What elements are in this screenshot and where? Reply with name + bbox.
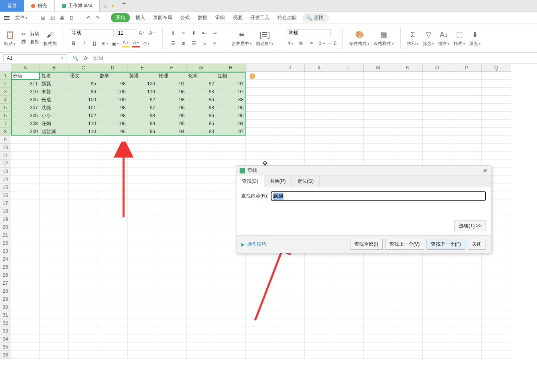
cell[interactable] (423, 295, 452, 303)
cell[interactable] (98, 215, 128, 223)
cell[interactable] (98, 167, 128, 175)
indent-inc-icon[interactable]: ⇥ (210, 29, 218, 37)
cell[interactable] (482, 112, 511, 120)
cell[interactable] (482, 263, 511, 271)
format-painter-group[interactable]: 🖌 格式刷 (43, 30, 57, 47)
cell[interactable] (187, 247, 216, 255)
cell[interactable]: 94 (216, 120, 246, 128)
cell[interactable] (452, 88, 482, 96)
row-head[interactable]: 8 (0, 128, 11, 136)
row-head[interactable]: 4 (0, 96, 11, 104)
cell[interactable] (305, 287, 334, 295)
cell[interactable] (69, 167, 98, 175)
cell[interactable] (216, 303, 246, 311)
cell[interactable] (423, 279, 452, 287)
cell[interactable] (11, 152, 40, 160)
row-head[interactable]: 24 (0, 255, 11, 263)
cell[interactable] (334, 88, 364, 96)
cell[interactable] (11, 335, 40, 343)
cell[interactable] (40, 199, 69, 207)
filter-group[interactable]: ▽ 筛选▾ (423, 30, 434, 47)
cell[interactable] (69, 199, 98, 207)
sort-group[interactable]: A↓ 排序▾ (438, 30, 450, 47)
row-head[interactable]: 22 (0, 239, 11, 247)
cell[interactable] (393, 80, 423, 88)
format-group[interactable]: ⬚ 格式▾ (454, 30, 465, 47)
col-head[interactable]: M (364, 64, 393, 72)
cell[interactable]: 88 (216, 96, 246, 104)
cell[interactable]: 汪灿 (40, 120, 69, 128)
cell[interactable] (452, 112, 482, 120)
cell[interactable] (482, 152, 511, 160)
cell[interactable]: 姓名 (40, 72, 69, 80)
cell[interactable] (69, 152, 98, 160)
cell[interactable] (40, 271, 69, 279)
cell[interactable] (11, 175, 40, 183)
cell[interactable] (423, 72, 452, 80)
cell[interactable] (40, 136, 69, 144)
wrap-text-group[interactable]: [☰] 自动换行 (256, 30, 273, 47)
cell[interactable] (275, 287, 305, 295)
cell[interactable] (40, 351, 69, 359)
find-all-button[interactable]: 查找全部(I) (350, 239, 382, 250)
cell[interactable] (69, 311, 98, 319)
cell[interactable] (157, 263, 187, 271)
row-head[interactable]: 19 (0, 215, 11, 223)
cell[interactable] (187, 160, 216, 167)
decrease-font-icon[interactable]: A⁻ (148, 29, 156, 37)
cell[interactable] (69, 183, 98, 191)
cell[interactable] (393, 343, 423, 351)
cell[interactable] (275, 279, 305, 287)
cell[interactable] (423, 128, 452, 136)
cell[interactable] (305, 327, 334, 335)
cell[interactable] (305, 152, 334, 160)
name-box[interactable]: A1▾ (3, 54, 67, 62)
add-tab-button[interactable]: + (122, 0, 126, 12)
cell[interactable]: 311 (11, 80, 40, 88)
cell[interactable] (246, 287, 275, 295)
cell[interactable] (452, 311, 482, 319)
underline-button[interactable]: U (90, 39, 98, 47)
cell[interactable] (246, 311, 275, 319)
cell[interactable] (393, 72, 423, 80)
cell[interactable] (334, 263, 364, 271)
cell[interactable] (40, 183, 69, 191)
cell[interactable] (69, 287, 98, 295)
cell[interactable] (452, 120, 482, 128)
cell[interactable] (11, 144, 40, 152)
font-size-input[interactable] (116, 29, 135, 37)
cell[interactable] (482, 136, 511, 144)
cell[interactable] (305, 263, 334, 271)
cell[interactable] (11, 287, 40, 295)
cell[interactable] (275, 319, 305, 327)
cell[interactable] (423, 112, 452, 120)
row-head[interactable]: 16 (0, 191, 11, 199)
cell[interactable] (69, 279, 98, 287)
cell[interactable] (452, 295, 482, 303)
increase-font-icon[interactable]: A⁺ (138, 29, 146, 37)
cell[interactable]: 93 (187, 88, 216, 96)
cell[interactable] (187, 239, 216, 247)
font-name-input[interactable] (70, 29, 114, 37)
cell[interactable] (482, 120, 511, 128)
bold-button[interactable]: B (70, 39, 78, 47)
cell[interactable] (482, 80, 511, 88)
cell[interactable]: 120 (128, 80, 157, 88)
cell[interactable] (364, 351, 393, 359)
select-all-corner[interactable] (0, 64, 11, 72)
cell[interactable] (98, 183, 128, 191)
cell[interactable] (452, 343, 482, 351)
indent-dec-icon[interactable]: ⇤ (200, 29, 208, 37)
cell[interactable] (334, 120, 364, 128)
cond-format-group[interactable]: 🎨 条件格式▾ (349, 30, 370, 47)
cell[interactable] (393, 303, 423, 311)
cell[interactable] (334, 287, 364, 295)
cell[interactable] (452, 136, 482, 144)
dialog-titlebar[interactable]: 查找 ✕ (236, 166, 491, 175)
cell[interactable] (187, 287, 216, 295)
cell[interactable] (69, 335, 98, 343)
cut-icon[interactable]: ✂ (20, 30, 28, 38)
cell[interactable] (11, 207, 40, 215)
cell[interactable] (98, 231, 128, 239)
cell[interactable] (98, 295, 128, 303)
